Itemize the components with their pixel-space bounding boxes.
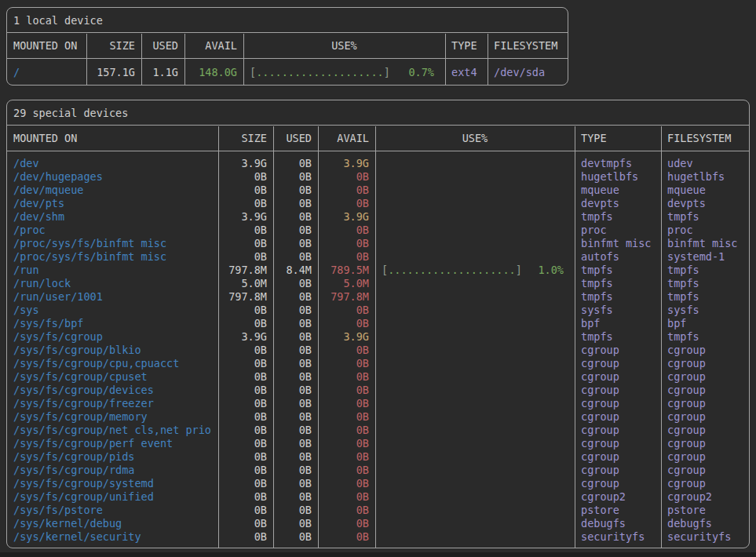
avail-cell: 0B [318, 250, 375, 263]
mount-row: /sys/fs/cgroup/rdma 0B 0B 0B cgroup cgro… [7, 463, 749, 476]
used-cell: 0B [273, 290, 318, 303]
local-table-body: / 157.1G 1.1G 148.0G [..................… [7, 59, 568, 85]
mount-point-cell: /sys/fs/cgroup/devices [7, 384, 218, 396]
type-cell: cgroup [575, 397, 661, 410]
local-table-title-row: 1 local device [7, 8, 568, 33]
filesystem-cell: cgroup [661, 410, 749, 423]
type-cell: mqueue [575, 184, 661, 196]
used-cell: 0B [273, 504, 318, 516]
avail-cell: 0B [318, 464, 375, 476]
column-header-mounted-on: MOUNTED ON [7, 39, 86, 52]
avail-cell: 0B [318, 224, 375, 236]
avail-cell: 0B [318, 317, 375, 329]
used-cell: 0B [273, 437, 318, 450]
filesystem-cell: debugfs [661, 517, 749, 530]
size-cell: 0B [218, 317, 273, 329]
mount-point-cell: /dev/pts [7, 197, 218, 209]
mount-row: / 157.1G 1.1G 148.0G [..................… [7, 59, 568, 85]
avail-cell: 0B [318, 477, 375, 490]
mount-point-cell: /dev/hugepages [7, 170, 218, 183]
mount-row: /dev/hugepages 0B 0B 0B hugetlbfs hugetl… [7, 169, 749, 183]
avail-cell: 0B [318, 437, 375, 450]
type-cell: cgroup [575, 344, 661, 356]
size-cell: 0B [218, 197, 273, 209]
type-cell: devpts [575, 197, 661, 209]
column-header-avail: AVAIL [318, 132, 375, 144]
used-cell: 0B [273, 357, 318, 370]
type-cell: binfmt_misc [575, 237, 661, 249]
used-cell: 0B [273, 210, 318, 223]
column-header-use-percent: USE% [375, 132, 575, 144]
type-cell: bpf [575, 317, 661, 329]
avail-cell: 797.8M [318, 290, 375, 303]
mount-point-cell: /proc [7, 224, 218, 236]
avail-cell: 0B [318, 184, 375, 196]
filesystem-cell: cgroup [661, 370, 749, 383]
used-cell: 1.1G [141, 66, 184, 78]
type-cell: devtmpfs [575, 157, 661, 169]
type-cell: tmpfs [575, 330, 661, 343]
type-cell: cgroup [575, 384, 661, 396]
used-cell: 0B [273, 157, 318, 169]
size-cell: 0B [218, 397, 273, 410]
used-cell: 0B [273, 184, 318, 196]
filesystem-cell: cgroup [661, 437, 749, 450]
mount-point-cell: /sys/fs/cgroup/cpu,cpuacct [7, 357, 218, 370]
mount-point-cell: /sys/fs/cgroup [7, 330, 218, 343]
filesystem-cell: proc [661, 224, 749, 236]
size-cell: 0B [218, 344, 273, 356]
filesystem-cell: /dev/sda [488, 66, 568, 78]
avail-cell: 0B [318, 384, 375, 396]
type-cell: tmpfs [575, 277, 661, 289]
usage-percent: 1.0% [538, 264, 564, 276]
usage-percent: 0.7% [408, 66, 434, 78]
size-cell: 0B [218, 504, 273, 516]
mount-point-cell: /sys/fs/cgroup/memory [7, 410, 218, 423]
type-cell: cgroup [575, 357, 661, 370]
usage-bar-open-bracket: [ [382, 264, 388, 276]
type-cell: securityfs [575, 530, 661, 543]
filesystem-cell: securityfs [661, 530, 749, 543]
used-cell: 0B [273, 477, 318, 490]
mount-row: /dev/mqueue 0B 0B 0B mqueue mqueue [7, 183, 749, 196]
size-cell: 0B [218, 517, 273, 530]
mount-row: /sys/fs/cgroup/unified 0B 0B 0B cgroup2 … [7, 490, 749, 503]
size-cell: 3.9G [218, 157, 273, 169]
type-cell: tmpfs [575, 290, 661, 303]
filesystem-cell: systemd-1 [661, 250, 749, 263]
mount-point-cell: /sys [7, 304, 218, 316]
used-cell: 0B [273, 370, 318, 383]
mount-row: /sys/fs/cgroup/perf_event 0B 0B 0B cgrou… [7, 436, 749, 450]
usage-bar-dots: .................... [256, 66, 384, 78]
size-cell: 0B [218, 370, 273, 383]
filesystem-cell: udev [661, 157, 749, 169]
mount-row: /sys/kernel/security 0B 0B 0B securityfs… [7, 530, 749, 543]
type-cell: cgroup [575, 424, 661, 436]
usage-bar-close-bracket: ] [516, 264, 522, 276]
column-header-type: TYPE [575, 132, 661, 144]
size-cell: 0B [218, 437, 273, 450]
avail-cell: 0B [318, 344, 375, 356]
mount-point-cell: /sys/fs/pstore [7, 504, 218, 516]
used-cell: 0B [273, 250, 318, 263]
size-cell: 0B [218, 410, 273, 423]
mount-row: /proc 0B 0B 0B proc proc [7, 223, 749, 236]
used-cell: 0B [273, 464, 318, 476]
filesystem-cell: tmpfs [661, 210, 749, 223]
mount-row: /dev 3.9G 0B 3.9G devtmpfs udev [7, 156, 749, 169]
used-cell: 0B [273, 344, 318, 356]
used-cell: 0B [273, 517, 318, 530]
filesystem-cell: cgroup [661, 464, 749, 476]
filesystem-cell: cgroup [661, 397, 749, 410]
local-table-title: 1 local device [13, 14, 103, 27]
type-cell: autofs [575, 250, 661, 263]
mount-row: /dev/pts 0B 0B 0B devpts devpts [7, 196, 749, 209]
mount-point-cell: /run [7, 264, 218, 276]
mount-row: /sys/fs/bpf 0B 0B 0B bpf bpf [7, 316, 749, 329]
size-cell: 0B [218, 477, 273, 490]
column-header-filesystem: FILESYSTEM [661, 132, 749, 144]
avail-cell: 148.0G [184, 66, 243, 78]
filesystem-cell: cgroup [661, 384, 749, 396]
filesystem-cell: cgroup [661, 357, 749, 370]
special-table-title: 29 special devices [13, 107, 128, 119]
